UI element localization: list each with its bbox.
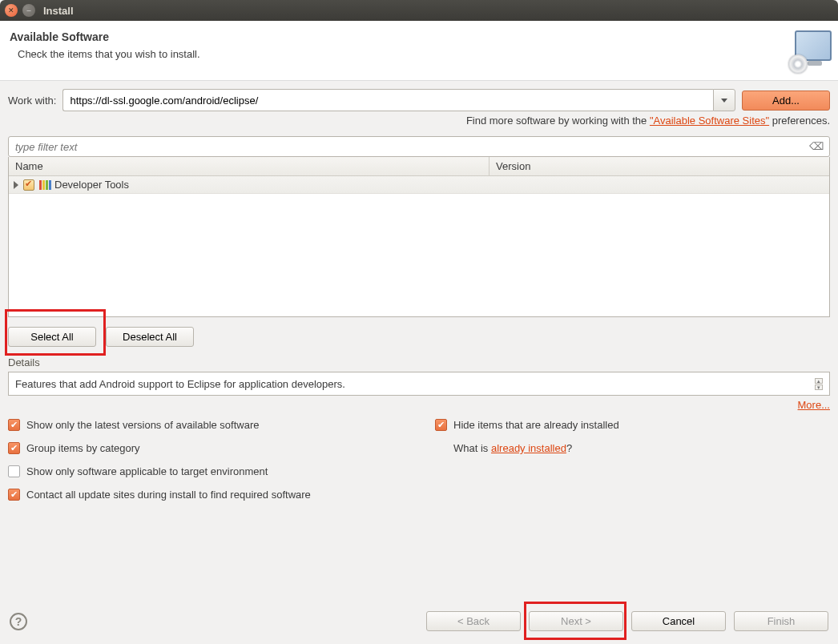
already-installed-link[interactable]: already installed [491,442,566,454]
window-close-icon[interactable]: ✕ [5,4,18,17]
install-wizard-icon [788,30,832,74]
details-text: Features that add Android support to Ecl… [15,378,345,390]
tree-item-label: Developer Tools [54,179,129,191]
label-latest: Show only the latest versions of availab… [26,419,260,431]
workwith-input[interactable] [62,89,713,111]
header-subtitle: Check the items that you wish to install… [18,48,200,60]
header-title: Available Software [10,30,200,43]
label-group: Group items by category [26,442,140,454]
checkbox-checked-icon[interactable] [23,179,34,191]
clear-filter-icon[interactable]: ⌫ [809,140,824,152]
expand-icon[interactable] [14,181,18,189]
software-tree[interactable]: Name Version Developer Tools [8,157,830,317]
already-installed-line: What is already installed? [435,442,830,454]
details-label: Details [8,353,830,372]
label-hide-installed: Hide items that are already installed [453,419,619,431]
cancel-button[interactable]: Cancel [631,611,726,631]
finish-button[interactable]: Finish [734,611,828,631]
checkbox-target-env[interactable] [8,465,20,477]
back-button[interactable]: < Back [426,611,521,631]
help-icon[interactable]: ? [10,613,27,630]
software-sites-hint: Find more software by working with the "… [8,115,830,127]
dialog-header: Available Software Check the items that … [0,21,838,81]
details-scroller[interactable]: ▴▾ [815,378,823,390]
tree-header: Name Version [9,157,829,176]
wizard-button-bar: ? < Back Next > Cancel Finish [0,600,838,644]
feature-icon [39,180,51,190]
available-sites-link[interactable]: "Available Software Sites" [650,115,769,127]
checkbox-latest[interactable] [8,419,20,431]
chevron-down-icon [721,99,727,103]
checkbox-hide-installed[interactable] [435,419,447,431]
details-box: Features that add Android support to Ecl… [8,372,830,396]
details-more-link[interactable]: More... [798,399,830,411]
workwith-combo[interactable] [62,89,735,111]
window-minimize-icon[interactable]: – [22,4,35,17]
title-bar: ✕ – Install [0,0,838,21]
window-title: Install [43,5,74,17]
workwith-label: Work with: [8,95,56,107]
checkbox-group[interactable] [8,442,20,454]
tree-row[interactable]: Developer Tools [9,176,829,194]
workwith-dropdown-button[interactable] [713,89,735,111]
select-all-button[interactable]: Select All [8,327,96,347]
label-contact-sites: Contact all update sites during install … [26,489,311,501]
column-version[interactable]: Version [490,157,829,175]
next-button[interactable]: Next > [529,611,623,631]
column-name[interactable]: Name [9,157,490,175]
add-button[interactable]: Add... [742,91,830,111]
label-target-env: Show only software applicable to target … [26,465,268,477]
filter-input[interactable] [8,136,830,157]
checkbox-contact-sites[interactable] [8,489,20,501]
options-grid: Show only the latest versions of availab… [8,419,830,501]
deselect-all-button[interactable]: Deselect All [106,327,194,347]
